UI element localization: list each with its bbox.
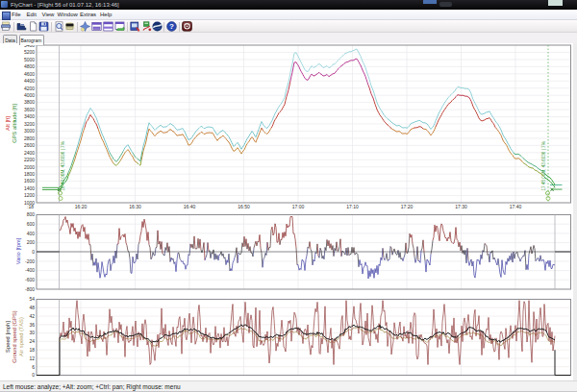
svg-text:Speed [mph]: Speed [mph] <box>5 320 11 352</box>
svg-text:54: 54 <box>29 296 35 302</box>
svg-text:48: 48 <box>29 305 35 310</box>
svg-text:1600: 1600 <box>24 178 35 184</box>
svg-text:800: 800 <box>27 211 36 217</box>
svg-text:5200: 5200 <box>24 49 35 55</box>
svg-text::18: :18 <box>27 204 34 209</box>
svg-text:2800: 2800 <box>24 135 35 140</box>
svg-text:2000: 2000 <box>24 163 35 169</box>
svg-text:Alt [ft]: Alt [ft] <box>5 115 11 130</box>
svg-text:3400: 3400 <box>24 113 35 119</box>
svg-text:17:10: 17:10 <box>346 204 359 209</box>
svg-text:16:50: 16:50 <box>238 204 250 209</box>
svg-text:600: 600 <box>27 220 36 226</box>
svg-text:4800: 4800 <box>24 63 35 69</box>
svg-text:Ground speed (GPS): Ground speed (GPS) <box>12 310 17 363</box>
svg-text:0: 0 <box>32 372 35 378</box>
svg-text:2400: 2400 <box>24 149 35 155</box>
svg-text:-400: -400 <box>25 267 35 273</box>
svg-text:17:00: 17:00 <box>292 204 305 209</box>
svg-text:-600: -600 <box>25 277 35 282</box>
svg-text:42: 42 <box>29 312 35 318</box>
svg-text:1800: 1800 <box>24 170 35 176</box>
svg-text:2600: 2600 <box>24 142 35 148</box>
svg-text:17:40: 17:40 <box>510 204 522 209</box>
svg-text:17:30: 17:30 <box>455 204 467 209</box>
svg-text:GPS altitude [ft]: GPS altitude [ft] <box>12 103 17 142</box>
svg-text:16:30: 16:30 <box>129 204 141 209</box>
svg-text:12: 12 <box>29 355 35 360</box>
svg-text:Vario [fpm]: Vario [fpm] <box>15 237 21 264</box>
svg-text:3000: 3000 <box>24 128 35 134</box>
svg-text:200: 200 <box>27 239 36 245</box>
svg-text:?: ? <box>169 22 174 31</box>
svg-text:400: 400 <box>27 230 36 235</box>
svg-text:Air speed (TAS): Air speed (TAS) <box>18 317 24 356</box>
svg-text:6: 6 <box>32 363 35 369</box>
svg-text:5000: 5000 <box>24 56 35 61</box>
svg-text:17:45:00M, 43.6036 | 7%: 17:45:00M, 43.6036 | 7% <box>541 141 546 190</box>
svg-text:4400: 4400 <box>24 78 35 84</box>
svg-text:30: 30 <box>29 330 35 335</box>
svg-text:3200: 3200 <box>24 120 35 126</box>
svg-text:1400: 1400 <box>24 184 35 190</box>
svg-text:1200: 1200 <box>24 192 35 198</box>
svg-text:-800: -800 <box>25 285 35 291</box>
svg-text:0: 0 <box>32 249 35 255</box>
svg-text:4600: 4600 <box>24 70 35 76</box>
svg-text:4200: 4200 <box>24 85 35 90</box>
svg-text:16:40: 16:40 <box>184 204 196 209</box>
svg-text:3600: 3600 <box>24 106 35 111</box>
svg-text:4000: 4000 <box>24 91 35 97</box>
svg-text:18: 18 <box>29 346 35 352</box>
svg-text:24: 24 <box>29 338 35 344</box>
svg-text:2200: 2200 <box>24 157 35 162</box>
svg-text:3800: 3800 <box>24 99 35 105</box>
svg-text:36: 36 <box>29 321 35 327</box>
svg-text:16:20: 16:20 <box>75 204 88 209</box>
svg-text:-200: -200 <box>25 257 35 263</box>
svg-text:17:20: 17:20 <box>401 204 414 209</box>
